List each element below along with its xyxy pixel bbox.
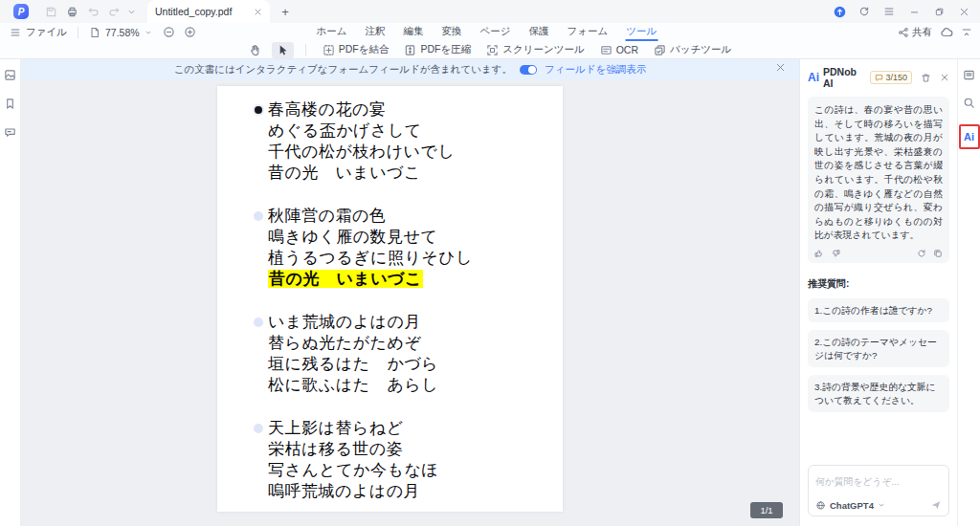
poem-stanza-1: 春高楼の花の宴 めぐる盃かげさして 千代の松が枝わけいでし 昔の光 いまいづこ	[268, 99, 563, 184]
clear-chat-icon[interactable]	[921, 73, 931, 83]
tab-form[interactable]: フォーム	[567, 23, 610, 41]
tab-home[interactable]: ホーム	[316, 23, 348, 41]
main-menu-icon[interactable]	[879, 3, 900, 20]
tab-tools[interactable]: ツール	[625, 23, 657, 41]
share-icon	[898, 27, 909, 38]
cloud-icon[interactable]	[940, 26, 953, 39]
new-tab-button[interactable]: +	[276, 2, 295, 21]
left-sidebar	[0, 59, 21, 526]
page-view-icon[interactable]	[89, 27, 100, 38]
redo-icon[interactable]	[103, 3, 124, 20]
tab-edit[interactable]: 編集	[403, 23, 425, 41]
poem-line: 垣に残るはたゞかづら	[268, 354, 563, 375]
main-area: この文書にはインタラクティブなフォームフィールドが含まれています。 フィールドを…	[0, 59, 980, 526]
document-tab[interactable]: Untitled_copy.pdf	[147, 0, 270, 23]
zoom-in-icon[interactable]	[184, 26, 196, 38]
radio-field[interactable]	[254, 211, 263, 221]
copy-icon[interactable]	[933, 249, 943, 258]
notice-close-icon[interactable]	[775, 62, 786, 73]
sync-icon[interactable]	[854, 3, 875, 20]
poem-stanza-3: いま荒城のよはの月 替らぬ光たがためぞ 垣に残るはたゞかづら 松に歌ふはたゞあら…	[268, 312, 563, 396]
undo-icon[interactable]	[82, 3, 103, 20]
save-icon[interactable]	[40, 3, 61, 20]
send-icon[interactable]	[930, 499, 942, 511]
poem-line: 替らぬ光たがためぞ	[268, 333, 563, 354]
thumbs-up-icon[interactable]	[814, 249, 824, 258]
suggested-question-1[interactable]: 1.この詩の作者は誰ですか?	[808, 298, 949, 323]
file-menu-label[interactable]: ファイル	[26, 26, 67, 39]
poem-stanza-2: 秋陣営の霜の色 鳴きゆく雁の数見せて 植うるつるぎに照りそひし 昔の光 いまいづ…	[268, 206, 563, 290]
poem-line: 松に歌ふはたゞあらし	[268, 375, 563, 396]
pdf-editor-window: P Untitled_copy.pdf +	[0, 0, 980, 526]
poem-line: 昔の光 いまいづこ	[268, 163, 563, 184]
ai-usage-badge: 3/150	[870, 71, 912, 84]
tools-toolbar: PDFを結合 PDFを圧縮 スクリーンツール OCR バッチツール	[0, 41, 980, 59]
tab-annotate[interactable]: 注釈	[365, 23, 387, 41]
cursor-icon	[277, 44, 289, 56]
bookmarks-panel-icon[interactable]	[4, 98, 16, 110]
form-field-notice-text: この文書にはインタラクティブなフォームフィールドが含まれています。	[174, 63, 512, 77]
suggested-question-3[interactable]: 3.詩の背景や歴史的な文脈について教えてください。	[808, 375, 949, 412]
pdf-page[interactable]: 春高楼の花の宴 めぐる盃かげさして 千代の松が枝わけいでし 昔の光 いまいづこ …	[217, 86, 563, 512]
chat-count-icon	[875, 74, 883, 82]
close-window-icon[interactable]	[953, 3, 974, 20]
tab-convert[interactable]: 変換	[441, 23, 463, 41]
tab-close-icon[interactable]	[254, 8, 262, 16]
title-bar: P Untitled_copy.pdf +	[0, 0, 980, 23]
radio-field[interactable]	[254, 424, 263, 433]
radio-field-selected[interactable]	[255, 106, 262, 114]
ocr-button[interactable]: OCR	[595, 42, 643, 58]
ai-panel-title: PDNob AI	[823, 66, 866, 89]
tab-page[interactable]: ページ	[479, 23, 512, 41]
poem-line: 千代の松が枝わけいでし	[268, 142, 563, 163]
suggested-questions-label: 推奨質問:	[808, 277, 949, 291]
ribbon-tabs: ホーム 注釈 編集 変換 ページ 保護 フォーム ツール	[316, 23, 658, 41]
poem-line: 写さんとてか今もなほ	[268, 460, 563, 481]
poem-line: 天上影は替らねど	[268, 418, 563, 439]
highlight-fields-toggle[interactable]	[520, 65, 537, 75]
history-dropdown-icon[interactable]	[124, 3, 138, 20]
ai-panel-close-icon[interactable]	[940, 73, 949, 82]
screen-tool-button[interactable]: スクリーンツール	[481, 41, 589, 58]
minimize-icon[interactable]	[903, 3, 924, 20]
merge-pdf-icon	[323, 44, 335, 56]
compress-pdf-icon	[404, 44, 416, 56]
hand-icon	[249, 44, 261, 56]
hand-tool-button[interactable]	[244, 42, 266, 58]
thumbs-down-icon[interactable]	[831, 249, 840, 258]
restore-icon[interactable]	[928, 3, 949, 20]
thumbnails-panel-icon[interactable]	[4, 69, 16, 81]
print-icon[interactable]	[61, 3, 82, 20]
search-icon[interactable]	[963, 97, 975, 109]
poem-line: 栄枯は移る世の姿	[268, 439, 563, 460]
zoom-out-icon[interactable]	[163, 26, 175, 38]
zoom-dropdown-icon[interactable]	[145, 29, 152, 36]
pdnob-ai-logo-icon: Ai	[808, 71, 819, 84]
collapse-toolbar-icon[interactable]	[961, 27, 972, 38]
ai-response-text: この詩は、春の宴や昔の思い出、そして時の移ろいを描写しています。荒城の夜の月が映…	[814, 103, 943, 243]
ocr-label: OCR	[616, 44, 638, 55]
menu-bar: ファイル 77.58% ホーム 注釈 編集 変換 ページ 保護 フォーム ツール…	[0, 23, 980, 41]
share-label: 共有	[912, 26, 932, 39]
highlight-fields-label[interactable]: フィールドを強調表示	[545, 63, 646, 77]
comments-panel-icon[interactable]	[4, 126, 16, 139]
radio-field[interactable]	[254, 318, 263, 327]
upgrade-badge-icon[interactable]	[829, 3, 850, 20]
model-dropdown-icon[interactable]	[878, 501, 885, 509]
ai-response-card: この詩は、春の宴や昔の思い出、そして時の移ろいを描写しています。荒城の夜の月が映…	[808, 97, 949, 263]
share-button[interactable]: 共有	[898, 26, 932, 39]
ai-assistant-button[interactable]: Ai	[959, 124, 980, 149]
poem-line: めぐる盃かげさして	[268, 121, 563, 142]
regenerate-icon[interactable]	[917, 249, 926, 258]
page-indicator[interactable]: 1/1	[750, 502, 783, 518]
ai-question-input[interactable]	[815, 476, 942, 487]
zoom-level-value[interactable]: 77.58%	[105, 27, 140, 38]
batch-tool-button[interactable]: バッチツール	[649, 41, 736, 58]
compress-pdf-button[interactable]: PDFを圧縮	[399, 41, 476, 58]
suggested-question-2[interactable]: 2.この詩のテーマやメッセージは何ですか?	[808, 330, 949, 367]
annotations-list-icon[interactable]	[963, 69, 975, 81]
select-tool-button[interactable]	[272, 42, 294, 58]
model-selector[interactable]: ChatGPT4	[830, 500, 874, 511]
merge-pdf-button[interactable]: PDFを結合	[318, 41, 394, 58]
tab-protect[interactable]: 保護	[528, 23, 550, 41]
